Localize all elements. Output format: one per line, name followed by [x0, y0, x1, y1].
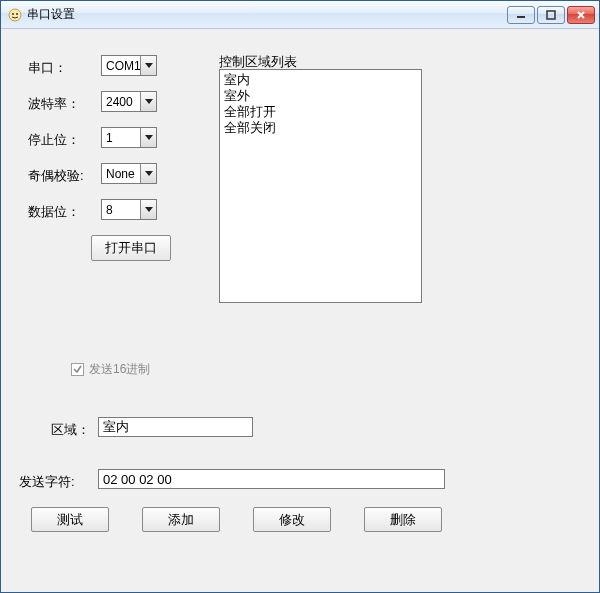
window-controls	[507, 6, 595, 24]
test-button[interactable]: 测试	[31, 507, 109, 532]
zone-input[interactable]	[98, 417, 253, 437]
data-bits-value: 8	[102, 203, 140, 217]
chevron-down-icon	[140, 128, 156, 147]
stop-combo[interactable]: 1	[101, 127, 157, 148]
send-chars-label: 发送字符:	[19, 473, 75, 491]
maximize-button[interactable]	[537, 6, 565, 24]
list-item[interactable]: 室内	[224, 72, 417, 88]
data-bits-label: 数据位：	[28, 203, 80, 221]
send-hex-label: 发送16进制	[89, 361, 150, 378]
list-item[interactable]: 全部关闭	[224, 120, 417, 136]
close-button[interactable]	[567, 6, 595, 24]
stop-label: 停止位：	[28, 131, 80, 149]
checkbox-box	[71, 363, 84, 376]
svg-point-1	[12, 13, 14, 15]
baud-label: 波特率：	[28, 95, 80, 113]
data-bits-combo[interactable]: 8	[101, 199, 157, 220]
open-port-button[interactable]: 打开串口	[91, 235, 171, 261]
open-port-label: 打开串口	[105, 239, 157, 257]
minimize-button[interactable]	[507, 6, 535, 24]
svg-point-2	[16, 13, 18, 15]
window-title: 串口设置	[27, 6, 507, 23]
send-chars-input[interactable]	[98, 469, 445, 489]
chevron-down-icon	[140, 200, 156, 219]
baud-combo[interactable]: 2400	[101, 91, 157, 112]
zone-listbox[interactable]: 室内室外全部打开全部关闭	[219, 69, 422, 303]
chevron-down-icon	[140, 92, 156, 111]
list-item[interactable]: 全部打开	[224, 104, 417, 120]
chevron-down-icon	[140, 164, 156, 183]
window: 串口设置 串口： COM1 波特率： 2400 停止位： 1	[0, 0, 600, 593]
stop-value: 1	[102, 131, 140, 145]
parity-combo[interactable]: None	[101, 163, 157, 184]
titlebar: 串口设置	[1, 1, 599, 29]
svg-rect-4	[547, 11, 555, 19]
send-hex-checkbox[interactable]: 发送16进制	[71, 361, 150, 378]
zone-input-label: 区域：	[51, 421, 90, 439]
svg-point-0	[9, 9, 21, 21]
add-button[interactable]: 添加	[142, 507, 220, 532]
app-icon	[7, 7, 23, 23]
parity-label: 奇偶校验:	[28, 167, 84, 185]
chevron-down-icon	[140, 56, 156, 75]
delete-button[interactable]: 删除	[364, 507, 442, 532]
list-item[interactable]: 室外	[224, 88, 417, 104]
port-combo[interactable]: COM1	[101, 55, 157, 76]
baud-value: 2400	[102, 95, 140, 109]
client-area: 串口： COM1 波特率： 2400 停止位： 1 奇偶校验: None 数据位…	[1, 29, 599, 592]
parity-value: None	[102, 167, 140, 181]
modify-button[interactable]: 修改	[253, 507, 331, 532]
port-value: COM1	[102, 59, 140, 73]
port-label: 串口：	[28, 59, 67, 77]
